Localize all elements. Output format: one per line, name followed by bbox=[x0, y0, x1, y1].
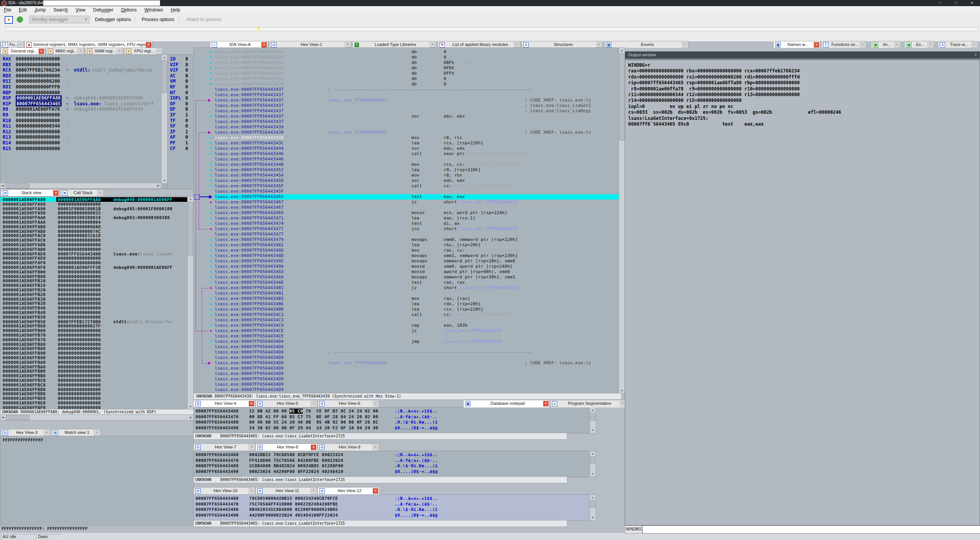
hex-row[interactable]: 00007FF65644349024 30 02 00 00 0F 29 44 … bbox=[194, 425, 590, 431]
menu-edit[interactable]: Edit bbox=[15, 7, 31, 13]
hex-row[interactable]: 00007FF65644347075C78566FF418D00 0002202… bbox=[194, 502, 590, 507]
disasm-line[interactable]: lsass.exe:00007FF656443437; lsass.exe:ls… bbox=[215, 103, 619, 108]
stack-row[interactable]: 0000001AE06FFB500000000000000000 bbox=[0, 315, 194, 319]
stack-row[interactable]: 0000001AE06FFBE80000000000000000 bbox=[0, 401, 194, 405]
scroll-up-icon[interactable]: ▲ bbox=[162, 55, 167, 60]
close-icon[interactable]: ✕ bbox=[928, 42, 933, 47]
stack-row[interactable]: 0000001AE06FFAE000007FF656443400lsass.ex… bbox=[0, 252, 194, 256]
stack-row[interactable]: 0000001AE06FFAC80000000000000000 bbox=[0, 238, 194, 242]
tab-names-w-[interactable]: ▤Names w...✕ bbox=[773, 41, 820, 48]
disasm-line[interactable]: lsass.exe:00007FF6564434D9; ------------… bbox=[215, 350, 619, 355]
register-value[interactable]: 00007FF656443465 bbox=[16, 101, 62, 106]
hex-row[interactable]: 00007FF65644347000 8D 41 FF 66 85 C7 75 … bbox=[194, 414, 590, 420]
hex-row[interactable]: 00007FF65644346078C085000042DB15 0002242… bbox=[194, 496, 590, 501]
scrollbar-thumb[interactable] bbox=[590, 413, 595, 421]
stack-row[interactable]: 0000001AE06FFBB80000000000000000 bbox=[0, 373, 194, 378]
disasm-line[interactable]: lsass.exe:00007FF6564434D9 bbox=[215, 387, 619, 393]
disasm-line[interactable]: lsass.exe:00007FF6564434D9 bbox=[215, 371, 619, 376]
stack-row[interactable]: 0000001AE06FFAF80000001AE06FFF38debug040… bbox=[0, 265, 194, 270]
stack-row[interactable]: 0000001AE06FFB980000000000000000 bbox=[0, 355, 194, 360]
scroll-down-icon[interactable]: ▼ bbox=[590, 515, 596, 520]
close-icon[interactable]: ✕ bbox=[156, 49, 161, 54]
process-options-button[interactable]: Process options bbox=[138, 16, 178, 23]
register-value[interactable]: 0000000000000000 bbox=[16, 146, 60, 151]
stack-row[interactable]: 0000001AE06FFB900000000000000000 bbox=[0, 351, 194, 355]
disasm-line[interactable]: lsass.exe:00007FF656443469movzxecx, word… bbox=[215, 210, 619, 216]
flag-row[interactable]: IF1 bbox=[168, 112, 194, 118]
flag-row[interactable]: RF0 bbox=[168, 84, 194, 90]
stack-row[interactable]: 0000001AE06FFAB000000000000000A8 bbox=[0, 224, 194, 229]
stack-row[interactable]: 0000001AE06FFA9000001F800010001Bdebug485… bbox=[0, 206, 194, 211]
disasm-line[interactable]: lsass.exe:00007FF656443434db0FFh bbox=[215, 71, 619, 76]
scroll-down-icon[interactable]: ▼ bbox=[188, 404, 193, 409]
tab-hex-view-7[interactable]: OHex View-7✕ bbox=[193, 443, 255, 451]
stack-row[interactable]: 0000001AE06FFB400000000000000000 bbox=[0, 306, 194, 310]
close-icon[interactable]: ✕ bbox=[972, 42, 977, 47]
hex-row[interactable]: 00007FF6564434808B4820245C8D4800 8C280F0… bbox=[194, 507, 590, 512]
disasm-line[interactable]: lsass.exe:00007FF656443452lear9, [rsp+22… bbox=[215, 167, 619, 173]
disasm-ref[interactable]: lsass_exe_7FF656447870 bbox=[452, 312, 510, 317]
scroll-down-icon[interactable]: ▼ bbox=[162, 178, 167, 183]
disasm-line[interactable]: lsass.exe:00007FF6564434D9 bbox=[215, 376, 619, 382]
disasm-line[interactable]: lsass.exe:00007FF656443481learbx, [rsp+2… bbox=[215, 242, 619, 248]
stack-row[interactable]: 0000001AE06FFB300000000000000000 bbox=[0, 297, 194, 301]
tab-loaded-type-libraries[interactable]: TLoaded Type Libraries✕ bbox=[352, 41, 436, 48]
tab-hex-view-11[interactable]: OHex View-11✕ bbox=[255, 487, 317, 495]
tab-hex-view-8[interactable]: OHex View-8✕ bbox=[255, 443, 317, 451]
register-row[interactable]: R80000001AE06FFA78⤷debug040:0000001AE06F… bbox=[0, 106, 161, 112]
close-icon[interactable]: ✕ bbox=[117, 49, 122, 54]
flag-row[interactable]: VIP0 bbox=[168, 62, 194, 67]
disasm-line[interactable]: lsass.exe:00007FF656443437xorebx, ebx bbox=[215, 114, 619, 119]
disasm-line[interactable]: lsass.exe:00007FF656443439movr8, rsi bbox=[215, 135, 619, 141]
disasm-line[interactable]: lsass.exe:00007FF6564434C3callcs:lsass_e… bbox=[215, 312, 619, 317]
disasm-ref[interactable]: lsass_exe_7FF656443437 bbox=[460, 226, 518, 231]
stack-row[interactable]: 0000001AE06FFB700000000000000000 bbox=[0, 333, 194, 337]
register-value[interactable]: 0000001AE06FFA78 bbox=[16, 106, 60, 112]
hex-row[interactable]: 00007FF65644349000023024 44290F00 0FF220… bbox=[194, 469, 590, 475]
flag-row[interactable]: ID0 bbox=[168, 56, 194, 62]
stack-row[interactable]: 0000001AE06FFAA00000000300380010debug003… bbox=[0, 215, 194, 220]
disasm-line[interactable]: lsass.exe:00007FF6564434A3movsdqword ptr… bbox=[215, 269, 619, 275]
hex-row[interactable]: 00007FF65644349044290F0000023024 4024841… bbox=[194, 513, 590, 518]
disasm-line[interactable]: lsass.exe:00007FF656443437lsass_exe_7FF6… bbox=[215, 98, 619, 103]
register-row[interactable]: RDI000000000000FFFD⤷ bbox=[0, 84, 161, 90]
hex-row[interactable]: 00007FF65644348000 48 8D 5C 24 20 48 8B … bbox=[194, 420, 590, 425]
close-icon[interactable]: ✕ bbox=[17, 42, 23, 47]
jump-arrow-icon[interactable]: ⤷ bbox=[66, 67, 69, 72]
disasm-line[interactable]: lsass.exe:00007FF656443467 bbox=[215, 205, 619, 210]
register-row[interactable]: RBX0000000000000000⤷ bbox=[0, 62, 161, 67]
stack-row[interactable]: 0000001AE06FFB280000000000000000 bbox=[0, 292, 194, 297]
stack-row[interactable]: 0000001AE06FFB480000000000000000 bbox=[0, 310, 194, 315]
disasm-line[interactable]: lsass.exe:00007FF65644345F bbox=[215, 189, 619, 194]
register-value[interactable]: 0000000000000000 bbox=[16, 118, 60, 123]
scroll-down-icon[interactable]: ▼ bbox=[590, 428, 596, 433]
hex-row[interactable]: 00007FF656443470FF418D00 75C78566 84280F… bbox=[194, 458, 590, 463]
register-row[interactable]: RCX00007FFEB1766234⤷ntdll:ntdll_ZwReplyW… bbox=[0, 67, 161, 73]
tab-mmx-regi-[interactable]: ¤MMX regi...✕ bbox=[46, 47, 84, 55]
close-icon[interactable]: ✕ bbox=[97, 190, 103, 196]
close-icon[interactable]: ✕ bbox=[860, 42, 865, 47]
stack-row[interactable]: 0000001AE06FFB180000000000000000 bbox=[0, 283, 194, 288]
close-icon[interactable]: ✕ bbox=[345, 42, 350, 47]
flag-row[interactable]: VIF0 bbox=[168, 67, 194, 73]
disasm-line[interactable]: lsass.exe:00007FF656443437 bbox=[215, 92, 619, 98]
tab-enums[interactable]: ▤Enums✕ bbox=[604, 41, 688, 48]
disasm-line[interactable]: lsass.exe:00007FF656443444xoredx, edx bbox=[215, 146, 619, 151]
stack-row[interactable]: 0000001AE06FFAB8000000000000074C bbox=[0, 229, 194, 234]
disasm-line[interactable]: lsass.exe:00007FF656443430db0 bbox=[215, 49, 619, 55]
hex-selected-bytes[interactable]: 85 C0 bbox=[289, 409, 303, 414]
scroll-down-icon[interactable]: ▼ bbox=[619, 388, 625, 393]
register-row[interactable]: R150000000000000000⤷ bbox=[0, 146, 161, 151]
stack-row[interactable]: 0000001AE06FFA980000000000000033 bbox=[0, 211, 194, 215]
stack-vscrollbar[interactable]: ▲▼ bbox=[187, 196, 194, 410]
stack-row[interactable]: 0000001AE06FFB680000000000000000 bbox=[0, 328, 194, 333]
flag-row[interactable]: OF0 bbox=[168, 101, 194, 106]
debugger-options-button[interactable]: Debugger options bbox=[91, 16, 135, 23]
stack-row[interactable]: 0000001AE06FFAE80000000000000000 bbox=[0, 256, 194, 260]
disasm-line[interactable]: lsass.exe:00007FF656443437 bbox=[215, 119, 619, 124]
disasm-ref[interactable]: lsass_exe_7FF65644499E bbox=[467, 151, 526, 156]
disasm-line[interactable]: lsass.exe:00007FF656443436db0 bbox=[215, 82, 619, 87]
stack-row[interactable]: 0000001AE06FFB780000000000000000 bbox=[0, 337, 194, 342]
stack-row[interactable]: 0000001AE06FFBA00000000000000000 bbox=[0, 360, 194, 365]
windbg-command-button[interactable]: WINDBG bbox=[625, 525, 642, 533]
